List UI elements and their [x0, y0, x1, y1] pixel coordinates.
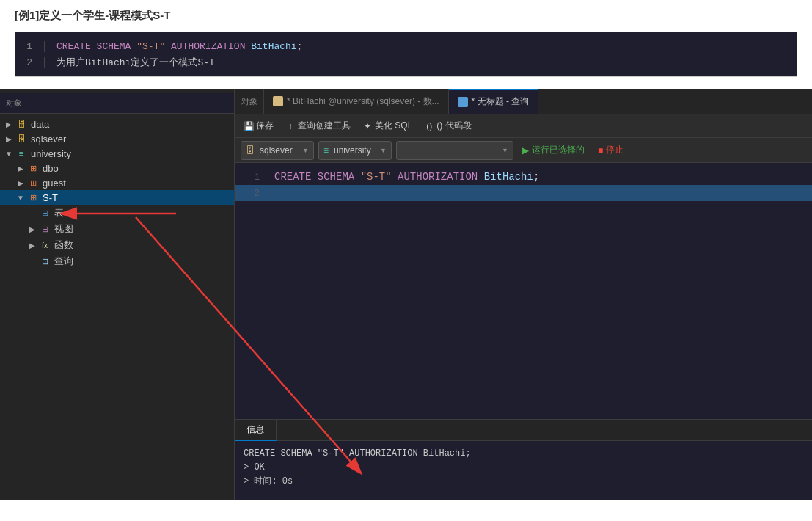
func-icon: fx [38, 239, 51, 251]
beautify-icon: ✦ [362, 121, 373, 131]
database-dropdown[interactable]: ≡ university ▼ [318, 141, 392, 160]
sql-semi: ; [533, 171, 539, 183]
sidebar-item-func[interactable]: ▶ fx 函数 [0, 237, 234, 253]
sidebar-item-table[interactable]: ▶ ⊞ 表 [0, 205, 234, 221]
query-icon: ⊡ [38, 255, 51, 267]
tab-bithachi[interactable]: * BitHachi @university (sqlsever) - 数... [264, 89, 449, 114]
sidebar-label-view: 视图 [54, 222, 73, 236]
editor-line-content-1: CREATE SCHEMA "S-T" AUTHORIZATION BitHac… [271, 171, 539, 183]
sidebar-label-query: 查询 [54, 255, 73, 268]
database-dropdown-arrow: ▼ [380, 147, 387, 154]
top-line-num-1: 1 [15, 41, 45, 52]
beautify-label: 美化 SQL [375, 120, 412, 132]
kw-semi: ; [297, 41, 303, 52]
top-code-line-1: 1 CREATE SCHEMA "S-T" AUTHORIZATION BitH… [15, 38, 797, 54]
save-label: 保存 [256, 120, 274, 132]
tree-arrow-data: ▶ [3, 120, 15, 128]
editor-line-content-2 [271, 186, 323, 200]
beautify-button[interactable]: ✦ 美化 SQL [359, 118, 415, 134]
tab-bar-object-label: 对象 [235, 89, 264, 114]
stop-button[interactable]: ■ 停止 [593, 142, 628, 158]
ide-container: 对象 ▶ 🗄 data ▶ 🗄 sqlsever ▼ ≡ university … [0, 89, 812, 500]
view-icon: ⊟ [38, 223, 51, 235]
kw-string: "S-T" [136, 41, 165, 52]
sidebar-header: 对象 [0, 93, 234, 114]
kw-auth: AUTHORIZATION [165, 41, 251, 52]
sql-string: "S-T" [361, 171, 392, 183]
stop-icon: ■ [598, 145, 603, 156]
kw-name: BitHachi [251, 41, 296, 52]
query-builder-label: 查询创建工具 [298, 120, 351, 132]
top-line-content-2: 为用户BitHachi定义了一个模式S-T [56, 56, 215, 69]
tab-bar: 对象 * BitHachi @university (sqlsever) - 数… [235, 89, 812, 114]
run-label: 运行已选择的 [532, 144, 585, 156]
top-line-num-2: 2 [15, 57, 45, 68]
sidebar-label-st: S-T [43, 192, 58, 203]
top-line-content-1: CREATE SCHEMA "S-T" AUTHORIZATION BitHac… [56, 41, 303, 52]
tab-label-2: * 无标题 - 查询 [472, 95, 530, 108]
sidebar-label-func: 函数 [54, 238, 73, 252]
editor-line-num-1: 1 [235, 172, 271, 183]
db-icon-sqlsever: 🗄 [15, 133, 28, 145]
info-line-2: > OK [244, 461, 803, 475]
dropdown-bar: 🗄 sqlsever ▼ ≡ university ▼ ▼ ▶ 运行已选择的 [235, 138, 812, 163]
info-tab-label: 信息 [246, 423, 264, 436]
sidebar-label-university: university [31, 148, 71, 159]
schema-dropdown[interactable]: ▼ [396, 141, 513, 160]
top-code-line-2: 2 为用户BitHachi定义了一个模式S-T [15, 54, 797, 70]
run-icon: ▶ [522, 145, 529, 156]
schema-icon-university: ≡ [15, 147, 28, 159]
query-builder-button[interactable]: ↑ 查询创建工具 [282, 118, 354, 134]
object-tab-label: 对象 [241, 96, 257, 107]
sidebar-label-data: data [31, 119, 49, 130]
query-builder-icon: ↑ [285, 121, 296, 131]
top-code-block: 1 CREATE SCHEMA "S-T" AUTHORIZATION BitH… [15, 32, 797, 77]
selected-text [274, 186, 323, 200]
tree-arrow-view: ▶ [26, 225, 38, 233]
tab-label-1: * BitHachi @university (sqlsever) - 数... [287, 95, 439, 108]
info-line-1: CREATE SCHEMA "S-T" AUTHORIZATION BitHac… [244, 447, 803, 461]
sidebar-item-query[interactable]: ▶ ⊡ 查询 [0, 253, 234, 269]
tab-untitled[interactable]: * 无标题 - 查询 [449, 89, 539, 114]
sidebar-item-guest[interactable]: ▶ ⊞ guest [0, 175, 234, 190]
sidebar-item-st[interactable]: ▼ ⊞ S-T [0, 190, 234, 205]
database-icon: ≡ [323, 145, 329, 156]
info-tab[interactable]: 信息 [235, 420, 277, 441]
page-title: [例1]定义一个学生-课程模式S-T [15, 9, 797, 23]
run-button[interactable]: ▶ 运行已选择的 [518, 142, 589, 158]
save-icon: 💾 [244, 121, 254, 131]
sidebar-label-sqlsever: sqlsever [31, 134, 66, 145]
database-dropdown-value: university [334, 145, 371, 156]
sidebar-item-data[interactable]: ▶ 🗄 data [0, 117, 234, 131]
tree-arrow-guest: ▶ [15, 179, 26, 187]
sql-create: CREATE SCHEMA [274, 171, 361, 183]
sidebar-label-table: 表 [54, 206, 64, 219]
sidebar-item-sqlsever[interactable]: ▶ 🗄 sqlsever [0, 131, 234, 146]
sidebar-item-view[interactable]: ▶ ⊟ 视图 [0, 221, 234, 237]
schema-icon-st: ⊞ [26, 192, 40, 203]
sidebar-label-guest: guest [43, 178, 66, 189]
server-dropdown-arrow: ▼ [302, 147, 309, 154]
sql-auth: AUTHORIZATION [392, 171, 484, 183]
sidebar-label-dbo: dbo [43, 163, 59, 174]
table-icon: ⊞ [38, 207, 51, 219]
info-tab-bar: 信息 [235, 420, 812, 441]
code-segment-button[interactable]: () () 代码段 [421, 118, 474, 134]
code-editor[interactable]: 1 CREATE SCHEMA "S-T" AUTHORIZATION BitH… [235, 163, 812, 419]
schema-icon-guest: ⊞ [26, 177, 40, 189]
editor-line-2: 2 [235, 185, 812, 201]
server-icon: 🗄 [246, 145, 255, 156]
editor-area: 对象 * BitHachi @university (sqlsever) - 数… [235, 89, 812, 500]
save-button[interactable]: 💾 保存 [241, 118, 277, 134]
toolbar: 💾 保存 ↑ 查询创建工具 ✦ 美化 SQL () () 代码段 [235, 114, 812, 138]
schema-dropdown-arrow: ▼ [502, 147, 508, 154]
server-dropdown[interactable]: 🗄 sqlsever ▼ [241, 141, 314, 160]
tree-arrow-st: ▼ [15, 194, 26, 202]
code-segment-icon: () [424, 121, 434, 131]
sidebar-item-dbo[interactable]: ▶ ⊞ dbo [0, 161, 234, 175]
db-icon-data: 🗄 [15, 118, 28, 130]
sidebar-item-university[interactable]: ▼ ≡ university [0, 146, 234, 161]
sidebar: 对象 ▶ 🗄 data ▶ 🗄 sqlsever ▼ ≡ university … [0, 89, 235, 500]
kw-create: CREATE SCHEMA [56, 41, 136, 52]
code-segment-label: () 代码段 [436, 120, 471, 132]
